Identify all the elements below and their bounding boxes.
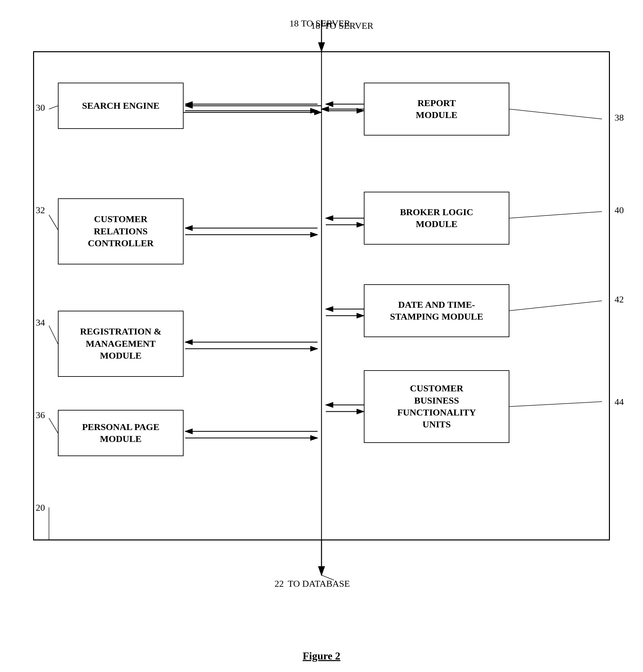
date-time-box: DATE AND TIME- STAMPING MODULE: [364, 284, 509, 337]
ref-42: 42: [615, 294, 624, 305]
broker-logic-box: BROKER LOGIC MODULE: [364, 192, 509, 245]
ref-32: 32: [36, 205, 45, 215]
personal-page-box: PERSONAL PAGE MODULE: [58, 410, 184, 456]
ref-30: 30: [36, 102, 45, 113]
report-module-box: REPORT MODULE: [364, 83, 509, 136]
customer-business-box: CUSTOMER BUSINESS FUNCTIONALITY UNITS: [364, 370, 509, 443]
ref-20: 20: [36, 502, 45, 513]
database-arrow-label: TO DATABASE: [288, 578, 350, 589]
registration-box: REGISTRATION & MANAGEMENT MODULE: [58, 311, 184, 377]
database-ref-number: 22: [275, 578, 284, 589]
ref-44: 44: [615, 397, 624, 407]
server-arrow-label: TO SERVER: [301, 18, 350, 29]
ref-38: 38: [615, 112, 624, 123]
server-ref-number: 18: [289, 18, 299, 29]
figure-caption: Figure 2: [303, 650, 340, 662]
customer-relations-box: CUSTOMER RELATIONS CONTROLLER: [58, 198, 184, 264]
ref-36: 36: [36, 410, 45, 421]
ref-34: 34: [36, 317, 45, 328]
ref-40: 40: [615, 205, 624, 215]
search-engine-box: SEARCH ENGINE: [58, 83, 184, 129]
